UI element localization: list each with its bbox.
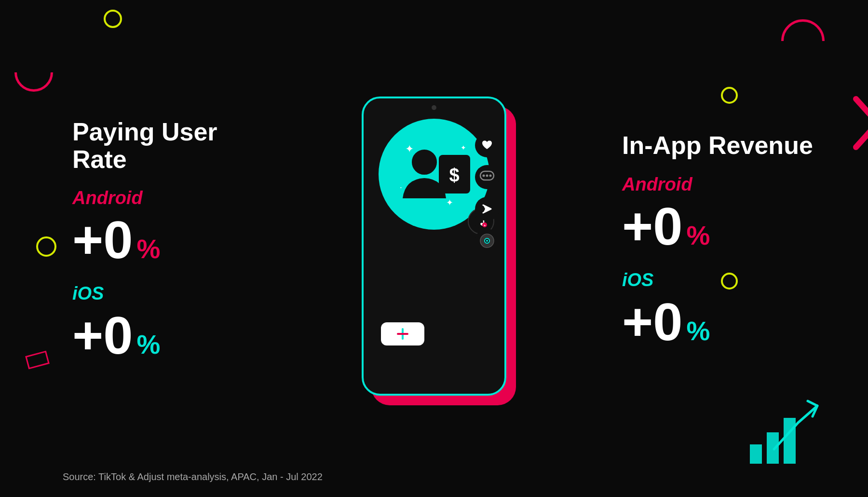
left-section: Paying User Rate Android +0 % iOS +0 % <box>0 118 275 379</box>
right-section: In-App Revenue Android +0 % iOS +0 % <box>593 132 868 365</box>
center-phone: $ ✦ ✦ ✦ • <box>357 92 511 405</box>
svg-text:✦: ✦ <box>461 144 466 152</box>
svg-rect-1 <box>767 432 779 464</box>
svg-text:•: • <box>400 185 402 190</box>
left-ios-value: +0 <box>72 309 133 362</box>
phone-screen: $ ✦ ✦ ✦ • <box>371 114 497 355</box>
deco-circle-topright <box>721 87 738 104</box>
left-android-label: Android <box>72 188 275 208</box>
phone-inner: $ ✦ ✦ ✦ • <box>362 97 506 396</box>
svg-point-16 <box>489 175 492 177</box>
right-android-percent: % <box>686 222 710 249</box>
right-ios-value: +0 <box>622 295 682 348</box>
phone-bottom-bar <box>381 322 487 345</box>
page-container: Paying User Rate Android +0 % iOS +0 % <box>0 0 868 497</box>
deco-circle-topcenter <box>104 10 122 28</box>
right-ios-percent: % <box>686 318 710 345</box>
left-android-percent: % <box>136 236 160 262</box>
svg-point-3 <box>412 150 436 174</box>
music-btn-side <box>475 229 499 253</box>
deco-arc-topright <box>781 19 825 63</box>
svg-text:✦: ✦ <box>405 143 414 155</box>
svg-point-19 <box>486 240 488 242</box>
phone-hero-circle: $ ✦ ✦ ✦ • <box>379 119 489 230</box>
left-android-value: +0 <box>72 213 133 266</box>
svg-point-15 <box>486 175 488 177</box>
comment-btn <box>475 165 499 189</box>
source-text: Source: TikTok & Adjust meta-analysis, A… <box>63 471 323 483</box>
phone-camera <box>432 105 436 110</box>
hero-icon-svg: $ ✦ ✦ ✦ • <box>391 136 477 213</box>
right-ios-metric-row: +0 % <box>622 295 868 348</box>
right-title: In-App Revenue <box>622 132 868 159</box>
left-ios-label: iOS <box>72 283 275 304</box>
svg-point-14 <box>483 175 485 177</box>
add-video-btn <box>381 322 424 345</box>
svg-text:$: $ <box>449 165 459 185</box>
right-android-label: Android <box>622 174 868 195</box>
share-btn <box>475 197 499 221</box>
phone-action-buttons <box>475 133 499 253</box>
deco-chart-bottomright <box>745 391 841 470</box>
right-android-metric-row: +0 % <box>622 200 868 253</box>
deco-arc-topleft <box>14 53 53 92</box>
right-android-value: +0 <box>622 200 682 253</box>
right-ios-label: iOS <box>622 270 868 290</box>
left-android-metric-row: +0 % <box>72 213 275 266</box>
heart-btn <box>475 133 499 157</box>
left-title: Paying User Rate <box>72 118 275 173</box>
svg-rect-0 <box>750 444 762 464</box>
left-ios-metric-row: +0 % <box>72 309 275 362</box>
svg-text:✦: ✦ <box>446 198 453 207</box>
left-ios-percent: % <box>136 331 160 358</box>
svg-rect-2 <box>784 418 796 464</box>
